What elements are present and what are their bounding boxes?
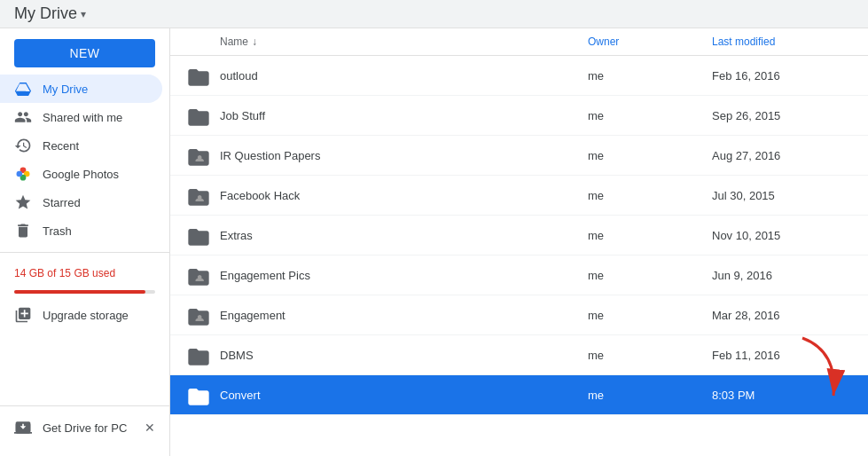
table-row[interactable]: Convertme8:03 PM	[170, 375, 868, 415]
svg-point-3	[17, 171, 23, 177]
folder-icon	[184, 381, 213, 409]
sidebar-item-google-photos[interactable]: Google Photos	[0, 160, 162, 188]
owner-cell: me	[588, 349, 712, 362]
clock-icon	[14, 137, 32, 154]
owner-cell: me	[588, 69, 712, 83]
people-icon	[14, 108, 32, 126]
upgrade-storage-label: Upgrade storage	[43, 309, 129, 322]
table-row[interactable]: outloudmeFeb 16, 2016	[170, 56, 868, 96]
drive-icon	[14, 80, 32, 98]
shared-folder-icon	[184, 301, 213, 329]
shared-folder-icon	[184, 181, 213, 209]
file-name: Extras	[220, 229, 588, 242]
shared-folder-icon	[184, 261, 213, 289]
file-list-header: Name ↓ Owner Last modified	[170, 28, 868, 56]
sidebar-item-recent[interactable]: Recent	[0, 131, 162, 160]
modified-cell: Nov 10, 2015	[712, 229, 854, 242]
column-modified-header[interactable]: Last modified	[712, 35, 854, 48]
owner-cell: me	[588, 269, 712, 282]
breadcrumb-dropdown-icon[interactable]: ▾	[81, 8, 86, 20]
sidebar: NEW My Drive Shared with me	[0, 28, 170, 456]
storage-bar-fill	[14, 290, 145, 294]
sidebar-item-my-drive-label: My Drive	[43, 83, 88, 96]
file-rows-container: outloudmeFeb 16, 2016 Job StuffmeSep 26,…	[170, 56, 868, 415]
table-row[interactable]: EngagementmeMar 28, 2016	[170, 295, 868, 335]
table-row[interactable]: Engagement PicsmeJun 9, 2016	[170, 256, 868, 295]
main-layout: NEW My Drive Shared with me	[0, 28, 868, 456]
modified-cell: 8:03 PM	[712, 389, 854, 402]
name-col-label: Name	[220, 35, 248, 48]
photos-icon	[14, 165, 32, 183]
shared-folder-icon	[184, 141, 213, 169]
file-name: IR Question Papers	[220, 149, 588, 162]
modified-cell: Feb 16, 2016	[712, 69, 854, 83]
sort-icon: ↓	[252, 35, 257, 48]
modified-cell: Sep 26, 2015	[712, 109, 854, 122]
trash-icon	[14, 222, 32, 240]
breadcrumb-text: My Drive	[14, 4, 77, 23]
table-row[interactable]: Job StuffmeSep 26, 2015	[170, 96, 868, 136]
folder-icon	[184, 341, 213, 369]
storage-info: 14 GB of 15 GB used	[0, 260, 169, 287]
sidebar-item-shared-label: Shared with me	[43, 111, 122, 124]
table-row[interactable]: ExtrasmeNov 10, 2015	[170, 216, 868, 256]
modified-cell: Feb 11, 2016	[712, 349, 854, 362]
sidebar-divider	[0, 252, 169, 253]
new-button[interactable]: NEW	[14, 39, 155, 67]
folder-icon	[184, 101, 213, 130]
modified-cell: Jul 30, 2015	[712, 189, 854, 202]
file-name: Convert	[220, 389, 588, 402]
get-drive-button[interactable]: Get Drive for PC ✕	[0, 413, 169, 442]
sidebar-item-starred-label: Starred	[43, 196, 81, 209]
file-name: Job Stuff	[220, 109, 588, 122]
owner-cell: me	[588, 309, 712, 322]
sidebar-item-photos-label: Google Photos	[43, 168, 119, 181]
table-row[interactable]: Facebook HackmeJul 30, 2015	[170, 176, 868, 216]
sidebar-item-trash[interactable]: Trash	[0, 216, 162, 245]
folder-icon	[184, 61, 213, 90]
modified-cell: Jun 9, 2016	[712, 269, 854, 282]
file-name: Facebook Hack	[220, 189, 588, 202]
breadcrumb[interactable]: My Drive ▾	[14, 4, 86, 23]
owner-cell: me	[588, 189, 712, 202]
sidebar-item-recent-label: Recent	[43, 139, 79, 153]
sidebar-item-my-drive[interactable]: My Drive	[0, 75, 162, 103]
modified-cell: Mar 28, 2016	[712, 309, 854, 322]
file-name: Engagement Pics	[220, 269, 588, 282]
close-icon[interactable]: ✕	[145, 421, 155, 435]
monitor-icon	[14, 419, 32, 436]
table-row[interactable]: DBMSmeFeb 11, 2016	[170, 335, 868, 375]
owner-cell: me	[588, 149, 712, 162]
owner-cell: me	[588, 389, 712, 402]
upgrade-storage-button[interactable]: Upgrade storage	[0, 301, 169, 329]
star-icon	[14, 193, 32, 211]
sidebar-item-starred[interactable]: Starred	[0, 188, 162, 216]
sidebar-bottom: Get Drive for PC ✕	[0, 405, 169, 449]
column-name-header[interactable]: Name ↓	[220, 35, 588, 48]
table-row[interactable]: IR Question PapersmeAug 27, 2016	[170, 136, 868, 176]
top-bar: My Drive ▾	[0, 0, 868, 28]
sidebar-item-shared-with-me[interactable]: Shared with me	[0, 103, 162, 131]
upgrade-icon	[14, 306, 32, 324]
owner-cell: me	[588, 229, 712, 242]
get-drive-label: Get Drive for PC	[43, 421, 127, 435]
file-name: outloud	[220, 69, 588, 83]
modified-cell: Aug 27, 2016	[712, 149, 854, 162]
file-area: Name ↓ Owner Last modified outloudmeFeb …	[170, 28, 868, 456]
sidebar-item-trash-label: Trash	[43, 224, 72, 238]
file-name: DBMS	[220, 349, 588, 362]
file-name: Engagement	[220, 309, 588, 322]
folder-icon	[184, 221, 213, 249]
column-owner-header[interactable]: Owner	[588, 35, 712, 48]
storage-bar-background	[14, 290, 155, 294]
storage-bar-container	[0, 287, 169, 301]
owner-cell: me	[588, 109, 712, 122]
